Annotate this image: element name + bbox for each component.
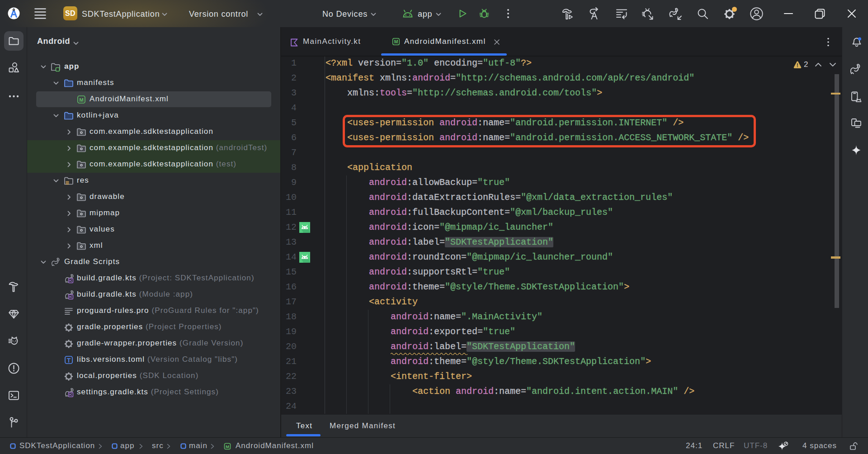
svg-text:M: M (394, 39, 398, 44)
svg-text:M: M (226, 444, 229, 449)
svg-text:M: M (79, 97, 84, 103)
